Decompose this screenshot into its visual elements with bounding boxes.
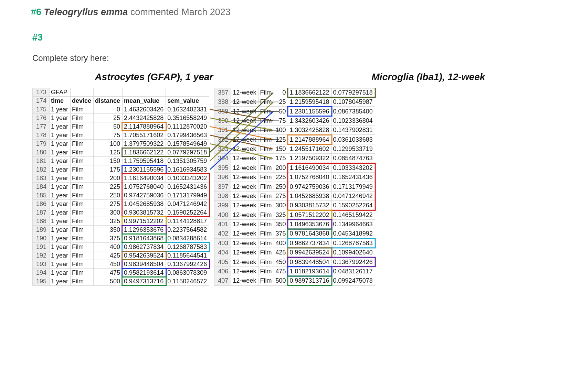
row-number: 194 bbox=[33, 268, 50, 277]
cell: 0.1578549649 bbox=[166, 139, 209, 148]
row-number: 175 bbox=[33, 105, 50, 113]
cell: 0.1590252264 bbox=[331, 201, 375, 210]
comment-number[interactable]: #6 bbox=[31, 7, 41, 17]
cell: Film bbox=[258, 182, 274, 191]
cell: 0.0863078309 bbox=[166, 268, 209, 277]
row-number: 389 bbox=[214, 107, 231, 116]
cell: 0.9303815732 bbox=[123, 208, 166, 217]
cell: 375 bbox=[274, 229, 288, 238]
cell: 1 year bbox=[50, 156, 71, 165]
cell: Film bbox=[71, 191, 94, 199]
cell: 0.9942639524 bbox=[288, 248, 331, 257]
cell: 1 year bbox=[50, 148, 71, 156]
table-row: 1861 yearFilm2751.04526859380.0471246942 bbox=[33, 199, 209, 208]
row-number: 187 bbox=[33, 208, 50, 217]
cell: 0.9542639524 bbox=[123, 251, 166, 260]
row-number: 176 bbox=[33, 113, 50, 122]
cell: 1 year bbox=[50, 268, 71, 277]
cell: 0.9862737834 bbox=[123, 242, 166, 251]
cell: Film bbox=[258, 238, 274, 248]
reply-number[interactable]: #3 bbox=[32, 32, 550, 43]
table-row: 1911 yearFilm4000.98627378340.1268787583 bbox=[33, 242, 209, 251]
cell: 100 bbox=[274, 126, 288, 135]
cell: 425 bbox=[274, 248, 288, 257]
cell: Film bbox=[258, 172, 274, 182]
cell: 500 bbox=[274, 276, 288, 286]
cell: 0.9839448504 bbox=[123, 260, 166, 268]
cell: 1.4632603426 bbox=[123, 105, 166, 113]
table-row: 39112-weekFilm1001.30324258280.143790283… bbox=[214, 126, 375, 135]
cell: Film bbox=[258, 201, 274, 210]
cell: 0.0854874763 bbox=[331, 154, 375, 163]
cell: 0.9839448504 bbox=[288, 257, 331, 266]
cell: 12-week bbox=[231, 135, 258, 144]
row-number: 400 bbox=[214, 210, 231, 219]
cell: 12-week bbox=[231, 107, 258, 116]
row-number: 395 bbox=[214, 163, 231, 172]
cell: Film bbox=[258, 248, 274, 257]
cell: 0.1590252264 bbox=[166, 208, 209, 217]
cell bbox=[71, 88, 94, 96]
table-row: 40512-weekFilm4500.98394485040.136799242… bbox=[214, 257, 375, 266]
cell: 12-week bbox=[231, 154, 258, 163]
cell: 125 bbox=[94, 148, 123, 156]
table-row: 1921 yearFilm4250.95426395240.1185644541 bbox=[33, 251, 209, 260]
cell: 1 year bbox=[50, 182, 71, 191]
cell: 0.1150246572 bbox=[166, 277, 209, 285]
cell: 1.0571512202 bbox=[288, 210, 331, 219]
cell: 0 bbox=[94, 105, 123, 113]
cell: 0.1465159422 bbox=[331, 210, 375, 219]
cell: device bbox=[71, 96, 94, 105]
table-row: 1891 yearFilm3501.12963536760.2237564582 bbox=[33, 225, 209, 234]
cell: 0.0867385400 bbox=[331, 107, 375, 116]
cell: 125 bbox=[274, 135, 288, 144]
cell: 12-week bbox=[231, 182, 258, 191]
table-row: 40112-weekFilm3501.04963536760.134996466… bbox=[214, 219, 375, 229]
table-row: 39712-weekFilm2500.97427590360.171317994… bbox=[214, 182, 375, 191]
table-row: 39812-weekFilm2751.04526859380.047124694… bbox=[214, 191, 375, 200]
cell: 1 year bbox=[50, 217, 71, 225]
cell: 1 year bbox=[50, 113, 71, 122]
cell: Film bbox=[258, 191, 274, 200]
cell: 375 bbox=[94, 234, 123, 242]
cell: 1.2197509322 bbox=[288, 154, 331, 163]
cell: 1.1759595418 bbox=[123, 156, 166, 165]
cell: 1 year bbox=[50, 225, 71, 234]
cell: Film bbox=[258, 257, 274, 266]
cell: 1.0752768040 bbox=[288, 172, 331, 182]
cell: 275 bbox=[94, 199, 123, 208]
cell: 12-week bbox=[231, 229, 258, 238]
cell: 1.0496353676 bbox=[288, 219, 331, 229]
cell: 2.1147888964 bbox=[123, 122, 166, 131]
row-number: 407 bbox=[214, 276, 231, 286]
table-row: 40312-weekFilm4000.98627378340.126878758… bbox=[214, 238, 375, 248]
table-row: 1941 yearFilm4750.95821936140.0863078309 bbox=[33, 268, 209, 277]
right-spreadsheet: 38712-weekFilm01.18366621220.07792975183… bbox=[214, 88, 375, 286]
cell: 0.9742759036 bbox=[288, 182, 331, 191]
cell: 0.9303815732 bbox=[288, 201, 331, 210]
cell: Film bbox=[71, 217, 94, 225]
cell: 0.9181643868 bbox=[123, 234, 166, 242]
cell: 1 year bbox=[50, 260, 71, 268]
table-row: 1881 yearFilm3250.99715122020.1144128817 bbox=[33, 217, 209, 225]
cell: Film bbox=[258, 135, 274, 144]
table-row: 1781 yearFilm751.70551716020.1799436563 bbox=[33, 131, 209, 139]
cell: 12-week bbox=[231, 172, 258, 182]
row-number: 181 bbox=[33, 156, 50, 165]
cell: 1.2159595418 bbox=[288, 97, 331, 106]
comment-author[interactable]: Teleogryllus emma bbox=[44, 7, 128, 17]
cell: distance bbox=[94, 96, 123, 105]
cell bbox=[166, 88, 209, 96]
cell: Film bbox=[258, 266, 274, 276]
table-row: 1811 yearFilm1501.17595954180.1351305759 bbox=[33, 156, 209, 165]
table-row: 174timedevicedistancemean_valuesem_value bbox=[33, 96, 209, 105]
row-number: 396 bbox=[214, 172, 231, 182]
left-chart-title: Astrocytes (GFAP), 1 year bbox=[32, 71, 276, 83]
cell: 1.1616490034 bbox=[123, 174, 166, 182]
cell: Film bbox=[71, 208, 94, 217]
cell: Film bbox=[258, 210, 274, 219]
cell: 0.1185644541 bbox=[166, 251, 209, 260]
cell: 0.9971512202 bbox=[123, 217, 166, 225]
left-spreadsheet: 173GFAP174timedevicedistancemean_valuese… bbox=[32, 88, 209, 286]
cell: 475 bbox=[94, 268, 123, 277]
